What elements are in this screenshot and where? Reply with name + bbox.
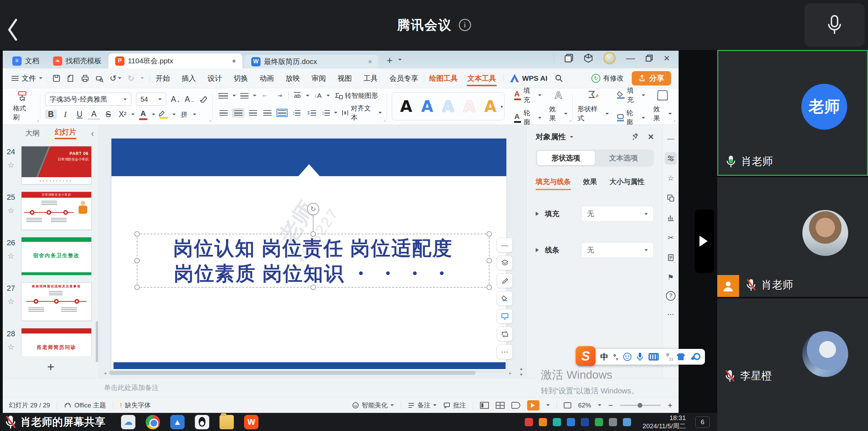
line-spacing-caret[interactable] <box>334 112 337 115</box>
horizontal-scrollbar[interactable]: ◂ ▸ <box>104 370 511 375</box>
restore-button[interactable] <box>645 54 653 62</box>
increase-indent-button[interactable]: ⇥ <box>273 91 286 101</box>
resize-handle-w[interactable] <box>134 258 140 263</box>
distribute-button[interactable] <box>276 108 289 118</box>
tray-icon-8[interactable] <box>623 418 631 426</box>
dock-collapse-button[interactable]: — <box>665 132 677 145</box>
zoom-slider[interactable] <box>620 405 661 406</box>
font-color-caret[interactable] <box>152 114 155 117</box>
strikethrough-button[interactable]: S <box>103 110 114 119</box>
wordart-style-4[interactable]: A <box>463 97 476 116</box>
shape-fill-button[interactable]: 填充 <box>617 86 645 104</box>
menu-insert[interactable]: 插入 <box>176 74 202 83</box>
phonetic-button[interactable]: 拼 <box>178 110 190 119</box>
tab-shape-options[interactable]: 形状选项 <box>537 151 595 165</box>
group-expand-icon[interactable]: ⌟ <box>37 117 39 122</box>
resize-handle-nw[interactable] <box>134 231 140 237</box>
line-select[interactable]: 无 <box>581 242 654 258</box>
file-menu[interactable]: 文件 <box>8 74 46 83</box>
reading-view-button[interactable] <box>511 402 520 409</box>
brush-button[interactable] <box>497 273 513 288</box>
font-size-select[interactable]: 54 <box>136 93 166 106</box>
selected-textbox[interactable]: 岗位认知 岗位责任 岗位适配度 岗位素质 岗位知识 ・ ・ ・ ・ ↻ <box>137 234 490 288</box>
align-right-button[interactable] <box>246 108 259 118</box>
shape-style-button[interactable]: 形状样式 <box>577 104 609 123</box>
ime-punctuation-toggle[interactable]: °, <box>613 353 618 361</box>
rotate-handle[interactable]: ↻ <box>307 203 319 215</box>
thumbnail[interactable]: 宿舍内务卫生整改 <box>21 237 92 275</box>
resize-handle-s[interactable] <box>310 285 316 290</box>
fill-select[interactable]: 无 <box>581 206 654 222</box>
fill-button[interactable] <box>497 291 513 306</box>
wps-taskbar-icon[interactable]: W <box>244 415 258 429</box>
decrease-font-button[interactable]: A− <box>185 95 194 104</box>
theme-indicator[interactable]: Office 主题 <box>64 401 106 410</box>
wordart-style-5[interactable]: A <box>484 97 497 116</box>
menu-text-tools[interactable]: 文本工具 <box>463 74 501 83</box>
chrome-icon[interactable] <box>146 415 160 429</box>
slide-thumb-25[interactable]: 25☆ 日常消防安全小常识 <box>3 192 96 230</box>
slide-text-line2[interactable]: 岗位素质 岗位知识 ・ ・ ・ ・ <box>174 261 452 286</box>
resize-handle-ne[interactable] <box>486 231 492 237</box>
numbering-caret[interactable] <box>253 95 256 98</box>
format-painter-button[interactable]: 格式刷 <box>10 91 35 122</box>
dock-chart-button[interactable] <box>665 212 677 224</box>
scroll-right-arrow[interactable]: ▸ <box>509 370 511 376</box>
ime-skin-icon[interactable] <box>677 353 685 360</box>
text-direction-button[interactable]: ↓A <box>311 91 324 101</box>
normal-view-button[interactable] <box>480 402 489 409</box>
notes-toggle[interactable]: 备注 <box>408 401 437 410</box>
text-effect-button[interactable]: 效果 <box>549 104 567 123</box>
new-slide-button[interactable]: + <box>47 361 54 373</box>
collapse-toolbar-button[interactable]: — <box>497 238 513 252</box>
slide[interactable]: 老师 +8 8227 岗位认知 岗位责任 岗位适配度 岗位素质 岗位知识 ・ ・… <box>111 139 506 370</box>
tray-icon-6[interactable] <box>595 418 603 426</box>
font-color-button[interactable]: A <box>137 109 149 120</box>
scroll-left-arrow[interactable]: ◂ <box>104 370 106 376</box>
menu-design[interactable]: 设计 <box>202 74 228 83</box>
slide-bottom-bar[interactable] <box>113 362 506 369</box>
layers-button[interactable] <box>497 256 513 270</box>
slide-thumb-26[interactable]: 26☆ 宿舍内务卫生整改 <box>3 237 96 275</box>
wps-ai-button[interactable]: WPS AI <box>507 74 551 82</box>
menu-view[interactable]: 视图 <box>332 74 358 83</box>
new-tab-button[interactable]: + <box>378 55 398 68</box>
file-explorer-icon[interactable] <box>219 415 234 429</box>
taskbar-clock[interactable]: 18:31 2024/11/5/周二 <box>643 414 686 430</box>
wordart-style-1[interactable]: A <box>400 97 412 116</box>
tab-text-options[interactable]: 文本选项 <box>595 151 653 165</box>
subtab-fill-line[interactable]: 填充与线条 <box>536 177 571 190</box>
zoom-knob[interactable] <box>638 403 642 408</box>
dock-notebook-button[interactable] <box>665 251 677 264</box>
numbering-button[interactable] <box>238 91 251 101</box>
menu-slideshow[interactable]: 放映 <box>280 74 306 83</box>
zoom-caret[interactable] <box>598 404 601 408</box>
close-panel-button[interactable]: × <box>648 132 654 142</box>
collapse-panel-button[interactable]: ‹ <box>91 128 94 139</box>
print-button[interactable] <box>81 74 89 82</box>
tray-icon-7[interactable] <box>609 418 617 426</box>
menu-tools[interactable]: 工具 <box>358 74 384 83</box>
notification-badge[interactable]: 6 <box>695 416 710 428</box>
resize-handle-sw[interactable] <box>134 285 140 290</box>
group-expand-icon[interactable]: ⌟ <box>569 117 571 122</box>
slide-sorter-view-button[interactable] <box>496 402 505 409</box>
redo-button[interactable]: ↻ <box>128 74 134 83</box>
more-tools-button[interactable]: ⋯ <box>497 344 513 359</box>
dock-more-button[interactable]: ⋯ <box>665 308 677 321</box>
ime-keyboard-icon[interactable] <box>649 353 659 361</box>
thumbnail[interactable]: 肖老师简历问诊 <box>21 328 92 356</box>
char-spacing-button[interactable]: A <box>88 109 100 119</box>
tray-icon-1[interactable] <box>525 418 533 426</box>
wordart-style-3[interactable]: A <box>442 97 454 116</box>
tab-docx[interactable]: W 最终版简历.docx <box>244 55 378 68</box>
slide-thumb-28[interactable]: 28☆ 肖老师简历问诊 <box>3 328 96 356</box>
convert-smart-button[interactable]: 转智能图形 <box>335 91 378 100</box>
dock-help-button[interactable]: ? <box>666 291 676 301</box>
pin-icon[interactable] <box>632 133 640 141</box>
next-slide-button[interactable]: ▾ <box>520 372 522 377</box>
line-label-wrap[interactable]: 线条 <box>536 245 559 255</box>
account-avatar[interactable] <box>603 52 616 64</box>
props-title-caret[interactable] <box>570 136 573 140</box>
dock-favorites-button[interactable]: ☆ <box>665 172 677 184</box>
